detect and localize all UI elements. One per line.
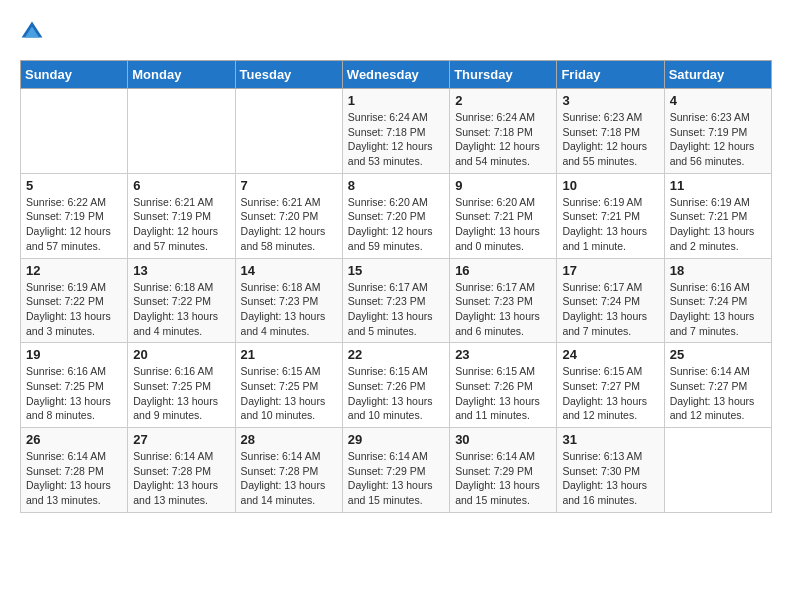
calendar-cell xyxy=(235,89,342,174)
day-info: Sunrise: 6:21 AM Sunset: 7:19 PM Dayligh… xyxy=(133,195,229,254)
day-number: 15 xyxy=(348,263,444,278)
day-number: 30 xyxy=(455,432,551,447)
day-number: 20 xyxy=(133,347,229,362)
day-number: 2 xyxy=(455,93,551,108)
calendar-cell: 6Sunrise: 6:21 AM Sunset: 7:19 PM Daylig… xyxy=(128,173,235,258)
weekday-header-saturday: Saturday xyxy=(664,61,771,89)
calendar-cell: 7Sunrise: 6:21 AM Sunset: 7:20 PM Daylig… xyxy=(235,173,342,258)
day-info: Sunrise: 6:17 AM Sunset: 7:23 PM Dayligh… xyxy=(455,280,551,339)
day-number: 1 xyxy=(348,93,444,108)
day-info: Sunrise: 6:19 AM Sunset: 7:21 PM Dayligh… xyxy=(670,195,766,254)
day-number: 10 xyxy=(562,178,658,193)
day-info: Sunrise: 6:14 AM Sunset: 7:29 PM Dayligh… xyxy=(455,449,551,508)
day-number: 7 xyxy=(241,178,337,193)
day-info: Sunrise: 6:14 AM Sunset: 7:28 PM Dayligh… xyxy=(26,449,122,508)
calendar-cell: 27Sunrise: 6:14 AM Sunset: 7:28 PM Dayli… xyxy=(128,428,235,513)
day-info: Sunrise: 6:23 AM Sunset: 7:18 PM Dayligh… xyxy=(562,110,658,169)
weekday-header-tuesday: Tuesday xyxy=(235,61,342,89)
calendar-cell: 1Sunrise: 6:24 AM Sunset: 7:18 PM Daylig… xyxy=(342,89,449,174)
logo xyxy=(20,20,48,44)
day-number: 21 xyxy=(241,347,337,362)
calendar-cell: 23Sunrise: 6:15 AM Sunset: 7:26 PM Dayli… xyxy=(450,343,557,428)
day-info: Sunrise: 6:16 AM Sunset: 7:25 PM Dayligh… xyxy=(26,364,122,423)
day-info: Sunrise: 6:24 AM Sunset: 7:18 PM Dayligh… xyxy=(348,110,444,169)
day-info: Sunrise: 6:14 AM Sunset: 7:27 PM Dayligh… xyxy=(670,364,766,423)
day-number: 18 xyxy=(670,263,766,278)
day-info: Sunrise: 6:17 AM Sunset: 7:24 PM Dayligh… xyxy=(562,280,658,339)
day-number: 16 xyxy=(455,263,551,278)
day-number: 13 xyxy=(133,263,229,278)
week-row-3: 12Sunrise: 6:19 AM Sunset: 7:22 PM Dayli… xyxy=(21,258,772,343)
weekday-header-sunday: Sunday xyxy=(21,61,128,89)
day-number: 17 xyxy=(562,263,658,278)
calendar-cell: 22Sunrise: 6:15 AM Sunset: 7:26 PM Dayli… xyxy=(342,343,449,428)
day-info: Sunrise: 6:18 AM Sunset: 7:23 PM Dayligh… xyxy=(241,280,337,339)
calendar-cell: 4Sunrise: 6:23 AM Sunset: 7:19 PM Daylig… xyxy=(664,89,771,174)
calendar-cell: 15Sunrise: 6:17 AM Sunset: 7:23 PM Dayli… xyxy=(342,258,449,343)
calendar-cell: 19Sunrise: 6:16 AM Sunset: 7:25 PM Dayli… xyxy=(21,343,128,428)
day-info: Sunrise: 6:15 AM Sunset: 7:26 PM Dayligh… xyxy=(348,364,444,423)
week-row-5: 26Sunrise: 6:14 AM Sunset: 7:28 PM Dayli… xyxy=(21,428,772,513)
day-info: Sunrise: 6:14 AM Sunset: 7:28 PM Dayligh… xyxy=(241,449,337,508)
day-number: 6 xyxy=(133,178,229,193)
day-info: Sunrise: 6:15 AM Sunset: 7:27 PM Dayligh… xyxy=(562,364,658,423)
weekday-header-friday: Friday xyxy=(557,61,664,89)
day-info: Sunrise: 6:13 AM Sunset: 7:30 PM Dayligh… xyxy=(562,449,658,508)
day-info: Sunrise: 6:18 AM Sunset: 7:22 PM Dayligh… xyxy=(133,280,229,339)
day-number: 14 xyxy=(241,263,337,278)
day-info: Sunrise: 6:20 AM Sunset: 7:20 PM Dayligh… xyxy=(348,195,444,254)
page-header xyxy=(20,20,772,44)
calendar-cell: 2Sunrise: 6:24 AM Sunset: 7:18 PM Daylig… xyxy=(450,89,557,174)
calendar-cell: 11Sunrise: 6:19 AM Sunset: 7:21 PM Dayli… xyxy=(664,173,771,258)
calendar-cell: 8Sunrise: 6:20 AM Sunset: 7:20 PM Daylig… xyxy=(342,173,449,258)
day-info: Sunrise: 6:22 AM Sunset: 7:19 PM Dayligh… xyxy=(26,195,122,254)
day-number: 23 xyxy=(455,347,551,362)
weekday-header-thursday: Thursday xyxy=(450,61,557,89)
calendar-cell: 10Sunrise: 6:19 AM Sunset: 7:21 PM Dayli… xyxy=(557,173,664,258)
day-number: 8 xyxy=(348,178,444,193)
calendar-table: SundayMondayTuesdayWednesdayThursdayFrid… xyxy=(20,60,772,513)
day-info: Sunrise: 6:19 AM Sunset: 7:22 PM Dayligh… xyxy=(26,280,122,339)
day-info: Sunrise: 6:19 AM Sunset: 7:21 PM Dayligh… xyxy=(562,195,658,254)
weekday-header-monday: Monday xyxy=(128,61,235,89)
calendar-cell: 16Sunrise: 6:17 AM Sunset: 7:23 PM Dayli… xyxy=(450,258,557,343)
calendar-cell: 13Sunrise: 6:18 AM Sunset: 7:22 PM Dayli… xyxy=(128,258,235,343)
day-info: Sunrise: 6:15 AM Sunset: 7:25 PM Dayligh… xyxy=(241,364,337,423)
calendar-cell: 3Sunrise: 6:23 AM Sunset: 7:18 PM Daylig… xyxy=(557,89,664,174)
day-number: 25 xyxy=(670,347,766,362)
weekday-header-wednesday: Wednesday xyxy=(342,61,449,89)
calendar-cell xyxy=(128,89,235,174)
day-info: Sunrise: 6:14 AM Sunset: 7:28 PM Dayligh… xyxy=(133,449,229,508)
day-number: 26 xyxy=(26,432,122,447)
calendar-cell: 26Sunrise: 6:14 AM Sunset: 7:28 PM Dayli… xyxy=(21,428,128,513)
calendar-cell: 20Sunrise: 6:16 AM Sunset: 7:25 PM Dayli… xyxy=(128,343,235,428)
logo-icon xyxy=(20,20,44,44)
calendar-cell: 17Sunrise: 6:17 AM Sunset: 7:24 PM Dayli… xyxy=(557,258,664,343)
calendar-cell: 24Sunrise: 6:15 AM Sunset: 7:27 PM Dayli… xyxy=(557,343,664,428)
day-info: Sunrise: 6:16 AM Sunset: 7:25 PM Dayligh… xyxy=(133,364,229,423)
day-number: 5 xyxy=(26,178,122,193)
day-number: 24 xyxy=(562,347,658,362)
calendar-cell: 28Sunrise: 6:14 AM Sunset: 7:28 PM Dayli… xyxy=(235,428,342,513)
calendar-cell: 5Sunrise: 6:22 AM Sunset: 7:19 PM Daylig… xyxy=(21,173,128,258)
calendar-cell: 14Sunrise: 6:18 AM Sunset: 7:23 PM Dayli… xyxy=(235,258,342,343)
weekday-header-row: SundayMondayTuesdayWednesdayThursdayFrid… xyxy=(21,61,772,89)
day-info: Sunrise: 6:16 AM Sunset: 7:24 PM Dayligh… xyxy=(670,280,766,339)
day-number: 4 xyxy=(670,93,766,108)
calendar-cell: 30Sunrise: 6:14 AM Sunset: 7:29 PM Dayli… xyxy=(450,428,557,513)
day-number: 28 xyxy=(241,432,337,447)
day-number: 3 xyxy=(562,93,658,108)
week-row-4: 19Sunrise: 6:16 AM Sunset: 7:25 PM Dayli… xyxy=(21,343,772,428)
week-row-2: 5Sunrise: 6:22 AM Sunset: 7:19 PM Daylig… xyxy=(21,173,772,258)
week-row-1: 1Sunrise: 6:24 AM Sunset: 7:18 PM Daylig… xyxy=(21,89,772,174)
calendar-cell: 18Sunrise: 6:16 AM Sunset: 7:24 PM Dayli… xyxy=(664,258,771,343)
day-info: Sunrise: 6:21 AM Sunset: 7:20 PM Dayligh… xyxy=(241,195,337,254)
day-info: Sunrise: 6:24 AM Sunset: 7:18 PM Dayligh… xyxy=(455,110,551,169)
day-number: 19 xyxy=(26,347,122,362)
day-number: 9 xyxy=(455,178,551,193)
calendar-cell: 21Sunrise: 6:15 AM Sunset: 7:25 PM Dayli… xyxy=(235,343,342,428)
day-info: Sunrise: 6:14 AM Sunset: 7:29 PM Dayligh… xyxy=(348,449,444,508)
calendar-cell: 29Sunrise: 6:14 AM Sunset: 7:29 PM Dayli… xyxy=(342,428,449,513)
day-info: Sunrise: 6:23 AM Sunset: 7:19 PM Dayligh… xyxy=(670,110,766,169)
calendar-cell: 31Sunrise: 6:13 AM Sunset: 7:30 PM Dayli… xyxy=(557,428,664,513)
